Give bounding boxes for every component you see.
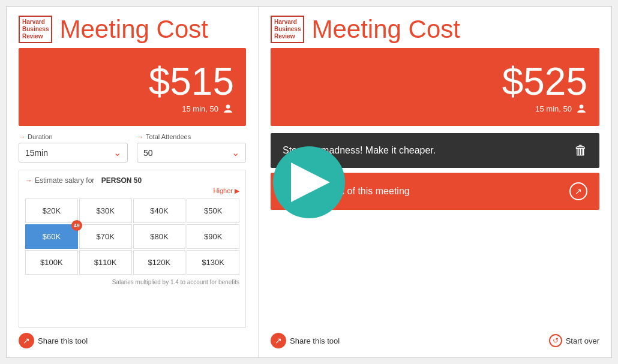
controls-row: Duration 15min ⌄ Total Attendees 50 ⌄	[19, 133, 246, 163]
left-share-tool[interactable]: ↗ Share this tool	[19, 333, 246, 348]
start-over-button[interactable]: ↺ Start over	[549, 334, 599, 347]
salary-note: Salaries multiplied by 1.4 to account fo…	[25, 278, 239, 286]
arrow-graphic	[270, 143, 348, 221]
duration-dropdown[interactable]: 15min ⌄	[19, 143, 128, 163]
attendees-group: Total Attendees 50 ⌄	[137, 133, 246, 163]
salary-section: Estimate salary for PERSON 50 Higher $20…	[19, 170, 246, 328]
right-share-tool[interactable]: ↗ Share this tool	[271, 333, 340, 348]
salary-cell-30k[interactable]: $30K	[79, 198, 132, 223]
person-icon-right	[575, 103, 587, 115]
app-container: Harvard Business Review Meeting Cost $51…	[6, 6, 612, 358]
right-bottom-row: ↗ Share this tool ↺ Start over	[271, 333, 599, 348]
selected-badge: 49	[71, 220, 82, 231]
salary-cell-110k[interactable]: $110K	[79, 250, 132, 275]
attendees-label: Total Attendees	[137, 133, 246, 140]
right-cost-meta: 15 min, 50	[535, 103, 587, 115]
person-icon-left	[222, 103, 234, 115]
left-title: Meeting Cost	[59, 17, 208, 42]
salary-cell-50k[interactable]: $50K	[187, 198, 239, 223]
salary-cell-90k[interactable]: $90K	[187, 224, 239, 249]
attendees-dropdown[interactable]: 50 ⌄	[137, 143, 246, 163]
salary-header: Estimate salary for PERSON 50	[25, 176, 239, 185]
hbr-logo-left: Harvard Business Review	[19, 16, 52, 43]
duration-label: Duration	[19, 133, 128, 140]
duration-value: 15min	[25, 148, 48, 158]
right-cost-display: $525 15 min, 50	[271, 48, 599, 126]
svg-point-0	[226, 104, 230, 109]
left-cost-display: $515 15 min, 50	[19, 48, 246, 126]
right-share-tool-label: Share this tool	[290, 336, 340, 345]
left-share-tool-label: Share this tool	[38, 336, 88, 345]
left-cost-amount: $515	[149, 62, 234, 101]
svg-point-3	[580, 104, 584, 109]
salary-cell-40k[interactable]: $40K	[133, 198, 186, 223]
salary-cell-60k[interactable]: $60K 49	[25, 224, 78, 249]
share-cost-icon: ↗	[569, 182, 587, 200]
left-share-icon: ↗	[19, 333, 34, 348]
right-title: Meeting Cost	[311, 17, 460, 42]
duration-group: Duration 15min ⌄	[19, 133, 128, 163]
right-cost-amount: $525	[502, 62, 587, 101]
higher-label: Higher	[25, 187, 239, 195]
right-share-icon: ↗	[271, 333, 286, 348]
left-cost-meta: 15 min, 50	[182, 103, 234, 115]
start-over-label: Start over	[566, 336, 599, 345]
duration-arrow-icon: ⌄	[113, 147, 121, 158]
salary-cell-70k[interactable]: $70K	[79, 224, 132, 249]
salary-cell-20k[interactable]: $20K	[25, 198, 78, 223]
left-header: Harvard Business Review Meeting Cost	[19, 16, 246, 43]
right-header: Harvard Business Review Meeting Cost	[271, 16, 599, 43]
hbr-logo-right: Harvard Business Review	[271, 16, 304, 43]
salary-cell-130k[interactable]: $130K	[187, 250, 239, 275]
left-panel: Harvard Business Review Meeting Cost $51…	[7, 7, 259, 357]
middle-arrow	[261, 143, 357, 221]
salary-cell-120k[interactable]: $120K	[133, 250, 186, 275]
salary-cell-80k[interactable]: $80K	[133, 224, 186, 249]
attendees-value: 50	[143, 148, 153, 158]
salary-cell-100k[interactable]: $100K	[25, 250, 78, 275]
start-over-icon: ↺	[549, 334, 562, 347]
salary-grid: $20K $30K $40K $50K $60K 49 $70K $80K $9…	[25, 198, 239, 275]
attendees-arrow-icon: ⌄	[232, 147, 239, 158]
trash-icon: 🗑	[574, 143, 587, 158]
